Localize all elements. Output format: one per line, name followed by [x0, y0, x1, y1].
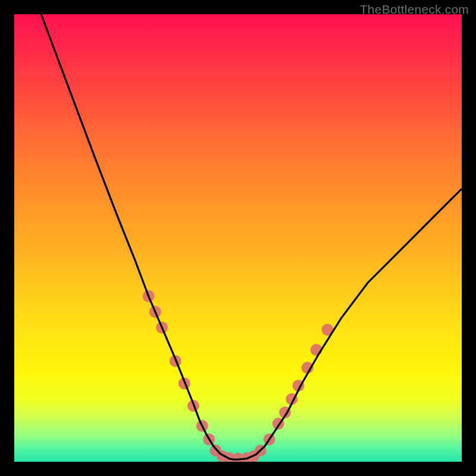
chart-plot-area [14, 14, 462, 462]
chart-frame: TheBottleneck.com [0, 0, 476, 476]
marker-group [143, 290, 334, 462]
watermark-label: TheBottleneck.com [360, 2, 469, 17]
chart-svg [14, 14, 462, 462]
curve-path [41, 14, 462, 459]
